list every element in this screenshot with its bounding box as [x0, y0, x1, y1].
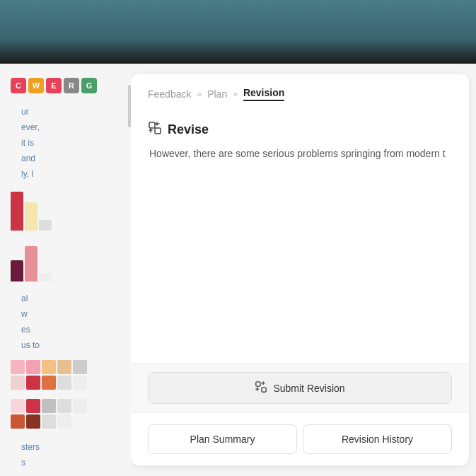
logo-area: C W E R G	[0, 71, 131, 104]
sidebar-text-4: and	[11, 151, 131, 166]
breadcrumb: Feedback » Plan » Revision	[131, 74, 469, 110]
color-cell	[57, 376, 71, 390]
sidebar-text-2: ever,	[11, 120, 131, 135]
revise-title: Revise	[168, 122, 209, 137]
sidebar: C W E R G ur ever, it is and ly, I	[0, 64, 131, 476]
color-cell	[11, 360, 25, 374]
sidebar-text-11: s	[11, 455, 131, 470]
color-cell	[26, 376, 40, 390]
bar-4	[11, 260, 23, 281]
color-grid-2	[0, 395, 131, 432]
svg-rect-3	[262, 388, 266, 392]
submit-area: Submit Revision	[131, 364, 469, 413]
logo-tile-g: G	[81, 78, 97, 93]
color-cell	[11, 376, 25, 390]
color-grid-1	[0, 356, 131, 393]
color-cell	[73, 399, 87, 413]
breadcrumb-arrow-1: »	[197, 89, 202, 99]
sidebar-text-6: al	[11, 291, 131, 306]
breadcrumb-feedback[interactable]: Feedback	[148, 88, 191, 100]
revise-header: Revise	[148, 121, 452, 139]
color-cell	[57, 399, 71, 413]
breadcrumb-plan[interactable]: Plan	[207, 88, 227, 100]
color-cell	[42, 360, 56, 374]
color-cell	[26, 360, 40, 374]
sidebar-scrollbar[interactable]	[128, 85, 131, 127]
plan-summary-button[interactable]: Plan Summary	[148, 424, 297, 454]
main-panel: Feedback » Plan » Revision Revise Howeve	[131, 74, 469, 465]
color-cell	[73, 414, 87, 429]
bar-1	[11, 192, 23, 231]
color-grid-3	[0, 472, 131, 476]
svg-rect-1	[155, 128, 161, 134]
logo-tile-e: E	[46, 78, 62, 93]
sidebar-text-8: es	[11, 322, 131, 337]
revise-text: However, there are some serious problems…	[148, 146, 452, 161]
color-cell	[42, 414, 56, 429]
color-cell	[26, 414, 40, 429]
bar-group-2	[0, 236, 131, 285]
bar-3	[39, 220, 52, 231]
breadcrumb-revision[interactable]: Revision	[243, 87, 284, 101]
submit-icon	[255, 381, 267, 395]
color-cell	[57, 360, 71, 374]
bar-2	[25, 202, 37, 231]
sidebar-text-1: ur	[11, 104, 131, 120]
color-cell	[26, 399, 40, 413]
sidebar-text-5: ly, I	[11, 166, 131, 182]
sidebar-text-7: w	[11, 306, 131, 322]
revise-icon	[148, 121, 162, 139]
svg-rect-0	[149, 122, 155, 128]
bottom-buttons: Plan Summary Revision History	[131, 413, 469, 465]
sidebar-text-10: sters	[11, 439, 131, 455]
color-cell	[42, 376, 56, 390]
sidebar-text-9: us to	[11, 337, 131, 353]
bar-5	[25, 246, 37, 281]
color-cell	[73, 360, 87, 374]
bar-6	[39, 273, 52, 281]
main-content: C W E R G ur ever, it is and ly, I	[0, 64, 476, 476]
sidebar-text-3: it is	[11, 135, 131, 151]
submit-revision-button[interactable]: Submit Revision	[148, 372, 452, 404]
svg-rect-2	[256, 382, 260, 386]
color-cell	[11, 399, 25, 413]
submit-label: Submit Revision	[273, 383, 344, 394]
revise-section: Revise However, there are some serious p…	[131, 110, 469, 364]
logo-tile-r: R	[64, 78, 79, 93]
bar-group-1	[0, 185, 131, 234]
breadcrumb-arrow-2: »	[233, 89, 238, 99]
revision-history-button[interactable]: Revision History	[303, 424, 452, 454]
logo-tile-w: W	[28, 78, 44, 93]
color-cell	[73, 376, 87, 390]
top-bar	[0, 0, 476, 64]
logo-tile-c: C	[11, 78, 26, 93]
color-cell	[11, 414, 25, 429]
color-cell	[57, 414, 71, 429]
color-cell	[42, 399, 56, 413]
